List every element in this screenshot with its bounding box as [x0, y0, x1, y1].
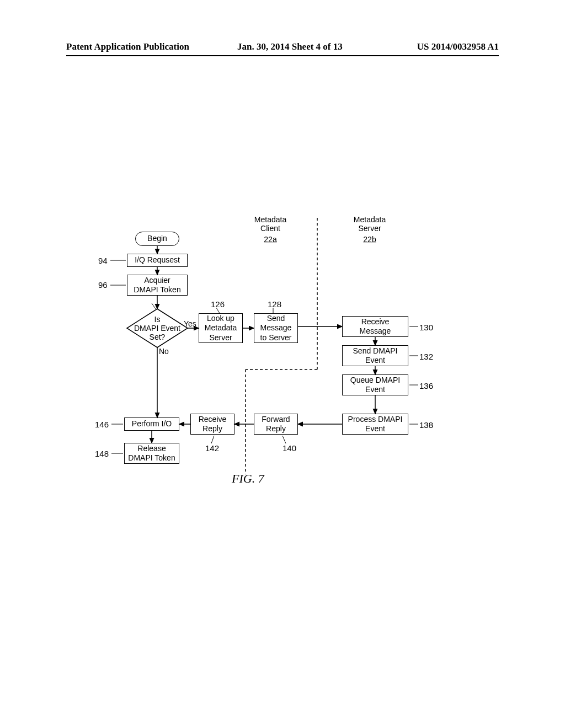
- header-divider: [66, 55, 499, 56]
- header-right: US 2014/0032958 A1: [417, 41, 499, 52]
- figure-caption: FIG. 7: [232, 472, 264, 486]
- decision-line2: DMAPI Event: [134, 324, 180, 333]
- connectors: Is DMAPI Event Set?: [88, 215, 486, 496]
- header-center: Jan. 30, 2014 Sheet 4 of 13: [237, 41, 343, 52]
- header-left: Patent Application Publication: [66, 41, 189, 52]
- decision-line1: Is: [154, 315, 161, 324]
- decision-line3: Set?: [150, 333, 166, 341]
- flowchart-diagram: MetadataClient 22a MetadataServer 22b Be…: [88, 215, 486, 496]
